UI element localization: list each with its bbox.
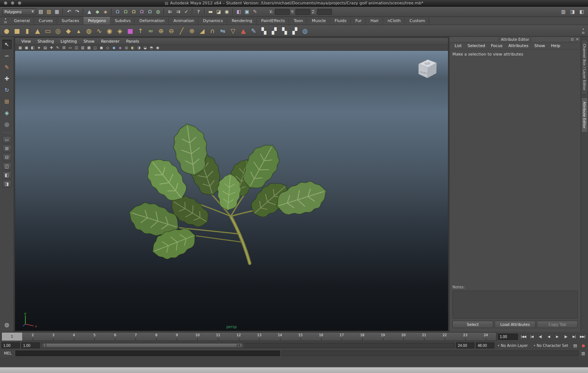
shelf-tab-custom[interactable]: Custom — [405, 17, 429, 25]
safe-title-icon[interactable]: ◼ — [98, 45, 104, 50]
inputs-to-selected-icon[interactable]: ⇇ — [166, 8, 174, 16]
snap-to-view-planes-icon[interactable]: Ω — [146, 8, 154, 16]
shelf-poly-smooth-icon[interactable]: ≈ — [146, 26, 156, 36]
render-view-icon[interactable]: ▣ — [243, 8, 251, 16]
scale-tool[interactable]: ⊞ — [2, 97, 12, 106]
two-d-pan-zoom-icon[interactable]: ✚ — [49, 45, 54, 50]
film-gate-icon[interactable]: ▭ — [67, 45, 73, 50]
ae-menu-list[interactable]: List — [452, 43, 465, 49]
shelf-tab-rendering[interactable]: Rendering — [227, 17, 257, 25]
close-window-button[interactable] — [4, 1, 8, 5]
shelf-poly-combine-icon[interactable]: ⊕ — [156, 26, 166, 36]
timeline-frame[interactable]: 16 — [311, 333, 331, 341]
copy-tab-button[interactable]: Copy Tab — [537, 321, 578, 328]
shelf-uv-texture-editor-icon[interactable]: ■ — [125, 26, 135, 36]
toolbox-extra-icon[interactable]: ◍ — [2, 320, 12, 330]
time-slider[interactable]: 1 2 3 4 — [1, 332, 496, 341]
panel-menu-shading[interactable]: Shading — [34, 38, 57, 45]
timeline-frame[interactable]: 14 — [270, 333, 290, 341]
tab-channel-box-layer-editor[interactable]: Channel Box / Layer Editor — [581, 40, 588, 95]
shelf-editor-icon[interactable]: ▾▤ — [580, 28, 587, 34]
ae-float-icon[interactable]: ⊡ — [570, 37, 574, 42]
rotate-tool[interactable]: ↻ — [2, 85, 12, 95]
shelf-tab-polygons[interactable]: Polygons — [83, 17, 110, 25]
ae-menu-show[interactable]: Show — [531, 43, 548, 49]
shelf-poly-merge-icon[interactable]: ⊗ — [187, 26, 197, 36]
shelf-checker-map-icon[interactable]: ▞ — [290, 26, 300, 36]
layout-two-side-by-side-button[interactable]: ◫ — [3, 163, 11, 170]
step-back-frame-button[interactable]: |◀ — [528, 333, 536, 340]
shelf-poly-bridge-icon[interactable]: ∩ — [207, 26, 218, 36]
playback-options-icon[interactable]: ▤ — [572, 342, 578, 349]
shelf-tab-dynamics[interactable]: Dynamics — [198, 17, 227, 25]
go-to-playback-start-button[interactable]: |◀◀ — [519, 333, 527, 340]
panel-menu-renderer[interactable]: Renderer — [98, 38, 123, 45]
shelf-tab-toon[interactable]: Toon — [289, 17, 307, 25]
notes-field[interactable] — [452, 291, 578, 319]
universal-manipulator-tool[interactable]: ◈ — [2, 108, 12, 118]
shelf-checker-map-icon[interactable]: ▚ — [259, 26, 269, 36]
paint-effects-panel-icon[interactable]: ✎ — [251, 8, 259, 16]
play-forwards-button[interactable]: ▶ — [553, 333, 561, 340]
safe-action-icon[interactable]: ◻ — [92, 45, 98, 50]
tab-attribute-editor[interactable]: Attribute Editor — [581, 97, 588, 132]
shelf-tab-subdivs[interactable]: Subdivs — [110, 17, 135, 25]
select-by-object-type-icon[interactable]: ◆ — [93, 8, 101, 16]
field-chart-icon[interactable]: ▩ — [86, 45, 92, 50]
tree-model[interactable] — [15, 51, 448, 331]
anim-layer-menu[interactable]: ▾ No Anim Layer — [496, 344, 530, 348]
timeline-frame[interactable]: 15 — [290, 333, 311, 341]
step-forward-key-button[interactable]: |▶ — [562, 333, 570, 340]
lock-camera-icon[interactable]: ▣ — [24, 45, 29, 50]
mel-label[interactable]: MEL — [1, 351, 14, 355]
ae-menu-selected[interactable]: Selected — [465, 43, 488, 49]
current-time-marker[interactable]: 1 — [2, 333, 22, 341]
move-tool[interactable]: ✚ — [2, 74, 12, 84]
z-coordinate-input[interactable] — [317, 9, 332, 15]
timeline-frame[interactable]: 8 — [146, 333, 166, 341]
motion-blur-icon[interactable]: ◓ — [148, 45, 154, 50]
shelf-tab-animation[interactable]: Animation — [169, 17, 198, 25]
select-button[interactable]: Select — [452, 321, 493, 328]
ae-menu-attributes[interactable]: Attributes — [505, 43, 531, 49]
panel-menu-view[interactable]: View — [18, 38, 34, 45]
redo-icon[interactable]: ↷ — [73, 8, 81, 16]
shelf-tab-curves[interactable]: Curves — [34, 17, 57, 25]
wireframe-icon[interactable]: ◇ — [105, 45, 111, 50]
shelf-poly-platonic-icon[interactable]: ◈ — [115, 26, 125, 36]
timeline-frame[interactable]: 6 — [105, 333, 125, 341]
timeline-frame[interactable]: 12 — [229, 333, 249, 341]
snap-to-points-icon[interactable]: Ω — [130, 8, 138, 16]
hypershade-icon[interactable]: ◧ — [235, 8, 243, 16]
go-to-playback-end-button[interactable]: ▶▶| — [578, 333, 587, 340]
layout-single-pane-button[interactable]: ▭ — [3, 136, 11, 143]
shelf-poly-soccer-ball-icon[interactable]: ◉ — [104, 26, 115, 36]
make-object-live-icon[interactable]: ◍ — [154, 8, 162, 16]
construction-history-icon[interactable]: ✓ — [182, 8, 190, 16]
timeline-frame[interactable]: 24 — [476, 333, 496, 341]
ae-menu-help[interactable]: Help — [548, 43, 563, 49]
viewport[interactable]: TOP FRONT y x persp — [15, 51, 448, 331]
shadows-icon[interactable]: ◑ — [136, 45, 142, 50]
render-current-frame-icon[interactable]: ▬ — [207, 8, 215, 16]
timeline-frame[interactable]: 5 — [84, 333, 105, 341]
shelf-tab-muscle[interactable]: Muscle — [307, 17, 330, 25]
playback-end-field[interactable] — [456, 342, 474, 348]
shelf-tab-painteffects[interactable]: PaintEffects — [257, 17, 290, 25]
layout-persp-outliner-button[interactable]: ◧ — [3, 171, 11, 179]
timeline-frame[interactable]: 21 — [414, 333, 434, 341]
last-tool[interactable]: ◎ — [2, 120, 12, 129]
shelf-tab-fur[interactable]: Fur — [351, 17, 366, 25]
select-camera-icon[interactable]: ▦ — [17, 45, 23, 50]
menu-set-dropdown[interactable]: Polygons ▼ — [2, 8, 36, 15]
timeline-frame[interactable]: 13 — [249, 333, 270, 341]
paint-selection-tool[interactable]: ✎ — [2, 63, 12, 72]
script-editor-icon[interactable]: ▥ — [580, 350, 587, 356]
textured-icon[interactable]: ◈ — [117, 45, 123, 50]
shelf-poly-cube-icon[interactable]: ■ — [12, 26, 22, 36]
layout-two-stacked-button[interactable]: ⊟ — [3, 154, 11, 161]
timeline-frame[interactable]: 18 — [352, 333, 373, 341]
toggle-attribute-editor-icon[interactable]: ◧ — [578, 8, 586, 16]
shelf-checker-map-icon[interactable]: ▚ — [279, 26, 290, 36]
layout-four-pane-button[interactable]: ⊞ — [3, 145, 11, 152]
